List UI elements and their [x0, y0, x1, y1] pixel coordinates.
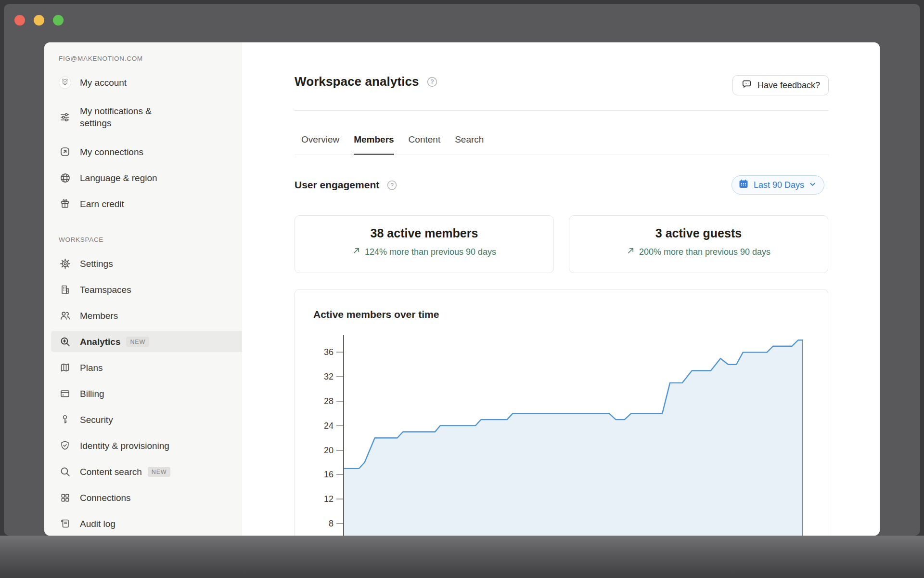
credit-card-icon — [59, 387, 71, 400]
sidebar-item-label: Earn credit — [80, 198, 124, 210]
account-section-header: FIG@MAKENOTION.COM — [59, 55, 143, 62]
y-tick-label: 8 — [307, 519, 334, 529]
y-tick-label: 28 — [307, 396, 334, 407]
active-members-chart-card: Active members over time 363228242016128 — [295, 289, 828, 536]
grid-icon — [59, 491, 71, 504]
y-tick-mark — [336, 376, 343, 377]
stat-trend-text: 200% more than previous 90 days — [639, 247, 770, 257]
help-icon[interactable]: ? — [427, 77, 437, 87]
y-tick-label: 12 — [307, 494, 334, 504]
stat-card-active-members: 38 active members 124% more than previou… — [295, 215, 554, 273]
sidebar-item-label: Plans — [80, 362, 103, 374]
sidebar-item-label: Teamspaces — [80, 284, 131, 296]
sidebar-item-notifications-settings[interactable]: My notifications & settings — [51, 96, 242, 138]
chart-area-fill — [343, 340, 803, 536]
sidebar-item-content-search[interactable]: Content search NEW — [51, 461, 242, 482]
date-range-value: Last 90 Days — [754, 180, 804, 190]
building-icon — [59, 283, 71, 296]
sidebar-item-my-account[interactable]: My account — [51, 72, 242, 93]
sidebar-item-label: Security — [80, 414, 113, 426]
sidebar-item-label: Connections — [80, 492, 131, 504]
y-tick-mark — [336, 425, 343, 426]
svg-text:?: ? — [430, 79, 434, 85]
sidebar-item-my-connections[interactable]: My connections — [51, 141, 242, 162]
feedback-button-label: Have feedback? — [757, 80, 820, 91]
y-tick-mark — [336, 401, 343, 402]
y-tick-mark — [336, 499, 343, 499]
sidebar-item-connections[interactable]: Connections — [51, 487, 242, 508]
new-badge: NEW — [148, 467, 171, 477]
zoom-window-button[interactable] — [53, 15, 64, 26]
shield-check-icon — [59, 439, 71, 452]
chart-title: Active members over time — [313, 309, 439, 320]
tab-members[interactable]: Members — [354, 134, 394, 155]
stat-card-active-guests: 3 active guests 200% more than previous … — [569, 215, 828, 273]
chevron-down-icon — [809, 180, 816, 190]
analytics-tabs: Overview Members Content Search — [301, 134, 484, 155]
people-icon — [59, 309, 71, 322]
sidebar-item-label: Billing — [80, 388, 104, 400]
y-tick-mark — [336, 523, 343, 524]
tab-search[interactable]: Search — [455, 134, 484, 155]
stat-value: 38 active members — [371, 226, 478, 240]
have-feedback-button[interactable]: Have feedback? — [732, 75, 829, 95]
sidebar-item-security[interactable]: Security — [51, 409, 242, 430]
y-tick-label: 32 — [307, 372, 334, 382]
sidebar-item-label: Language & region — [80, 172, 157, 184]
y-tick-label: 36 — [307, 347, 334, 357]
sidebar-item-label: My account — [80, 77, 127, 89]
window-controls — [14, 15, 64, 26]
sidebar-item-plans[interactable]: Plans — [51, 357, 242, 378]
sidebar-item-language-region[interactable]: Language & region — [51, 167, 242, 188]
calendar-icon — [738, 179, 749, 192]
stat-value: 3 active guests — [655, 226, 742, 240]
sidebar-item-label: Audit log — [80, 518, 116, 530]
analytics-page: Workspace analytics ? — [242, 42, 880, 536]
tab-content[interactable]: Content — [409, 134, 441, 155]
magnifier-plus-icon — [59, 335, 71, 348]
gift-icon — [59, 197, 71, 210]
members-chart-svg — [343, 335, 803, 536]
tab-overview[interactable]: Overview — [301, 134, 339, 155]
sidebar-item-label: Identity & provisioning — [80, 440, 169, 452]
y-axis-line — [343, 335, 344, 536]
y-tick-label: 20 — [307, 445, 334, 455]
feedback-bubble-icon — [741, 79, 752, 92]
sidebar-item-billing[interactable]: Billing — [51, 383, 242, 404]
y-tick-mark — [336, 474, 343, 475]
sidebar-item-label: Content search — [80, 466, 142, 478]
trend-up-icon — [352, 247, 360, 257]
new-badge: NEW — [126, 337, 149, 347]
sidebar-item-teamspaces[interactable]: Teamspaces — [51, 279, 242, 300]
close-window-button[interactable] — [14, 15, 25, 26]
date-range-dropdown[interactable]: Last 90 Days — [732, 175, 824, 195]
arrow-up-right-box-icon — [59, 145, 71, 158]
sidebar-item-earn-credit[interactable]: Earn credit — [51, 193, 242, 214]
sidebar-item-analytics[interactable]: Analytics NEW — [51, 331, 242, 352]
sidebar-item-identity-provisioning[interactable]: Identity & provisioning — [51, 435, 242, 456]
desktop-background — [0, 536, 924, 578]
stat-trend-text: 124% more than previous 90 days — [365, 247, 496, 257]
key-icon — [59, 413, 71, 426]
sidebar-item-members[interactable]: Members — [51, 305, 242, 326]
sidebar-item-label: Members — [80, 310, 118, 322]
page-title: Workspace analytics — [295, 74, 419, 89]
y-tick-mark — [336, 352, 343, 353]
sidebar-item-label: Analytics — [80, 336, 120, 348]
avatar — [59, 76, 71, 89]
y-tick-label: 16 — [307, 470, 334, 480]
help-icon[interactable]: ? — [387, 180, 397, 190]
sidebar-item-audit-log[interactable]: Audit log — [51, 513, 242, 534]
svg-text:?: ? — [390, 182, 394, 188]
header-divider — [295, 110, 829, 111]
y-tick-mark — [336, 450, 343, 451]
globe-icon — [59, 171, 71, 184]
sidebar-item-settings[interactable]: Settings — [51, 253, 242, 274]
settings-modal: FIG@MAKENOTION.COM My account — [44, 42, 880, 536]
magnifier-icon — [59, 465, 71, 478]
app-window: FIG@MAKENOTION.COM My account — [4, 4, 920, 536]
sidebar-item-label: Settings — [80, 258, 113, 270]
sliders-icon — [59, 111, 71, 123]
minimize-window-button[interactable] — [34, 15, 44, 26]
sidebar-item-label: My notifications & settings — [80, 105, 183, 129]
